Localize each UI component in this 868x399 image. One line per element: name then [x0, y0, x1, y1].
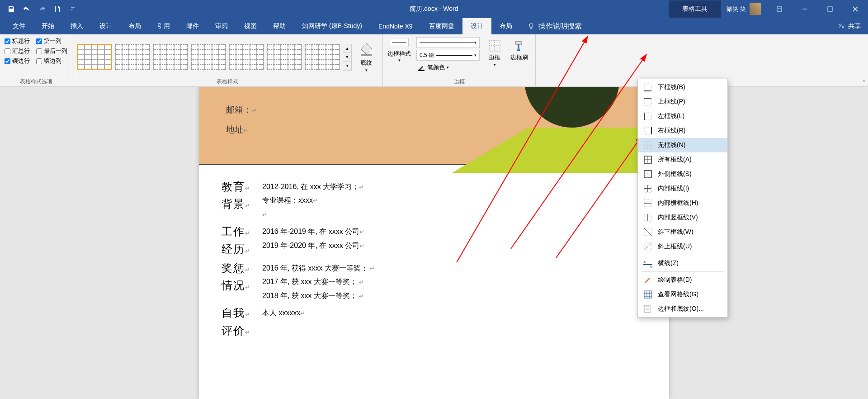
share-icon — [838, 23, 845, 30]
tab-home[interactable]: 开始 — [33, 18, 62, 34]
tab-cnki[interactable]: 知网研学 (原E-Study) — [294, 18, 370, 34]
table-style-6[interactable] — [267, 44, 302, 70]
tab-references[interactable]: 引用 — [149, 18, 178, 34]
svg-rect-18 — [644, 171, 651, 178]
photo-placeholder — [524, 87, 619, 128]
share-button[interactable]: 共享 — [831, 22, 868, 30]
borders-dropdown-button[interactable]: 边框 ▾ — [484, 37, 505, 69]
checkbox-total-row[interactable]: 汇总行 — [5, 47, 30, 55]
checkbox-first-column[interactable]: 第一列 — [36, 37, 61, 45]
tab-layout[interactable]: 布局 — [120, 18, 149, 34]
svg-rect-16 — [644, 142, 651, 149]
tab-table-design[interactable]: 设计 — [462, 18, 491, 34]
border-bottom-item[interactable]: 下框线(B) — [638, 80, 727, 95]
svg-point-2 — [529, 24, 533, 27]
pen-color-dropdown[interactable]: 笔颜色▾ — [416, 62, 480, 72]
border-none-item[interactable]: 无框线(N) — [638, 138, 727, 152]
tab-help[interactable]: 帮助 — [265, 18, 294, 34]
award-section-label: 奖惩↵情况↵ — [222, 260, 262, 303]
document-area: 邮箱：↵ 地址↵ 教育↵背景↵ 2012-2016, 在 xxx 大学学习；↵专… — [0, 87, 868, 399]
border-outside-item[interactable]: 外侧框线(S) — [638, 167, 727, 181]
table-style-1[interactable] — [77, 44, 112, 70]
tab-mailings[interactable]: 邮件 — [178, 18, 207, 34]
tab-design[interactable]: 设计 — [91, 18, 120, 34]
resume-header: 邮箱：↵ 地址↵ — [199, 87, 669, 164]
collapse-ribbon-button[interactable]: ⌃ — [862, 79, 866, 86]
svg-point-4 — [842, 26, 844, 28]
table-styles-scroll: ▲ ▼ ▾ — [343, 44, 352, 71]
styles-scroll-down[interactable]: ▼ — [343, 53, 351, 62]
border-inside-h-item[interactable]: 内部横框线(H) — [638, 196, 727, 210]
checkbox-last-column[interactable]: 最后一列 — [36, 47, 67, 55]
tab-view[interactable]: 视图 — [236, 18, 265, 34]
redo-button[interactable] — [35, 2, 49, 16]
border-top-item[interactable]: 上框线(P) — [638, 95, 727, 109]
border-inside-item[interactable]: 内部框线(I) — [638, 181, 727, 196]
table-style-7[interactable] — [305, 44, 340, 70]
table-tools-contextual-tab: 表格工具 — [669, 0, 721, 18]
tab-table-layout[interactable]: 布局 — [491, 18, 520, 34]
borders-shading-dialog-item[interactable]: 边框和底纹(O)... — [638, 302, 727, 316]
qat-customize[interactable] — [66, 2, 80, 16]
styles-scroll-up[interactable]: ▲ — [343, 44, 351, 53]
shading-button[interactable]: 底纹 ▾ — [354, 40, 378, 74]
checkbox-banded-columns[interactable]: 镶边列 — [36, 57, 61, 65]
tell-me-search[interactable]: 操作说明搜索 — [520, 22, 589, 31]
ribbon-tabs: 文件 开始 插入 设计 布局 引用 邮件 审阅 视图 帮助 知网研学 (原E-S… — [0, 18, 868, 34]
checkbox-header-row[interactable]: 标题行 — [5, 37, 30, 45]
lightbulb-icon — [528, 23, 535, 30]
svg-rect-32 — [645, 305, 650, 313]
resume-body[interactable]: 教育↵背景↵ 2012-2016, 在 xxx 大学学习；↵专业课程：xxxx↵… — [199, 165, 669, 355]
work-section-label: 工作↵经历↵ — [222, 223, 262, 258]
pen-weight-dropdown[interactable]: 0.5 磅▾ — [416, 50, 480, 61]
pen-style-dropdown[interactable]: ▾ — [416, 37, 480, 48]
checkbox-banded-rows[interactable]: 镶边行 — [5, 57, 30, 65]
user-account[interactable]: 微笑 笑 — [722, 3, 766, 15]
close-button[interactable] — [843, 0, 868, 18]
svg-rect-0 — [777, 7, 782, 11]
menu-separator — [642, 271, 724, 272]
border-all-item[interactable]: 所有框线(A) — [638, 152, 727, 167]
new-doc-button[interactable] — [51, 2, 64, 16]
borders-dropdown-menu: 下框线(B) 上框线(P) 左框线(L) 右框线(R) 无框线(N) 所有框线(… — [637, 79, 728, 318]
tab-review[interactable]: 审阅 — [207, 18, 236, 34]
table-style-4[interactable] — [191, 44, 226, 70]
menu-separator — [642, 255, 724, 255]
undo-button[interactable] — [20, 2, 33, 16]
ribbon-content: 标题行 第一列 汇总行 最后一列 镶边行 镶边列 表格样式选项 — [0, 34, 868, 87]
border-diag-down-item[interactable]: 斜下框线(W) — [638, 225, 727, 239]
table-style-2[interactable] — [115, 44, 150, 70]
edu-section-content: 2012-2016, 在 xxx 大学学习；↵专业课程：xxxx↵↵ — [262, 178, 646, 221]
group-borders: 边框样式 ▾ ▾ 0.5 磅▾ 笔颜色▾ 边框 ▾ — [383, 34, 536, 86]
draw-table-item[interactable]: 绘制表格(D) — [638, 273, 727, 287]
border-style-dropdown[interactable]: 边框样式 ▾ — [387, 37, 412, 63]
tab-file[interactable]: 文件 — [5, 18, 33, 34]
tab-insert[interactable]: 插入 — [62, 18, 91, 34]
quick-access-toolbar — [0, 2, 80, 16]
border-inside-v-item[interactable]: 内部竖框线(V) — [638, 210, 727, 225]
tab-baidu[interactable]: 百度网盘 — [421, 18, 462, 34]
ribbon-display-options[interactable] — [767, 0, 792, 18]
view-gridlines-item[interactable]: 查看网格线(G) — [638, 287, 727, 302]
group-label-borders: 边框 — [387, 77, 532, 86]
table-style-5[interactable] — [229, 44, 264, 70]
table-style-3[interactable] — [153, 44, 188, 70]
border-right-item[interactable]: 右框线(R) — [638, 124, 727, 138]
border-painter-icon — [513, 39, 526, 52]
group-table-style-options: 标题行 第一列 汇总行 最后一列 镶边行 镶边列 表格样式选项 — [0, 34, 72, 86]
border-hline-item[interactable]: AA横线(Z) — [638, 256, 727, 271]
svg-text:A: A — [650, 265, 652, 268]
border-left-item[interactable]: 左框线(L) — [638, 109, 727, 124]
window-title: 简历.docx - Word — [410, 5, 458, 13]
styles-expand[interactable]: ▾ — [343, 62, 351, 70]
border-diag-up-item[interactable]: 斜上框线(U) — [638, 239, 727, 254]
svg-text:A: A — [643, 260, 646, 264]
svg-point-3 — [840, 24, 841, 26]
pen-icon — [417, 63, 425, 71]
minimize-button[interactable] — [792, 0, 817, 18]
save-button[interactable] — [5, 2, 18, 16]
svg-rect-10 — [644, 98, 651, 105]
border-painter-button[interactable]: 边框刷 — [507, 37, 532, 69]
tab-endnote[interactable]: EndNote X9 — [370, 18, 421, 34]
maximize-button[interactable] — [817, 0, 843, 18]
